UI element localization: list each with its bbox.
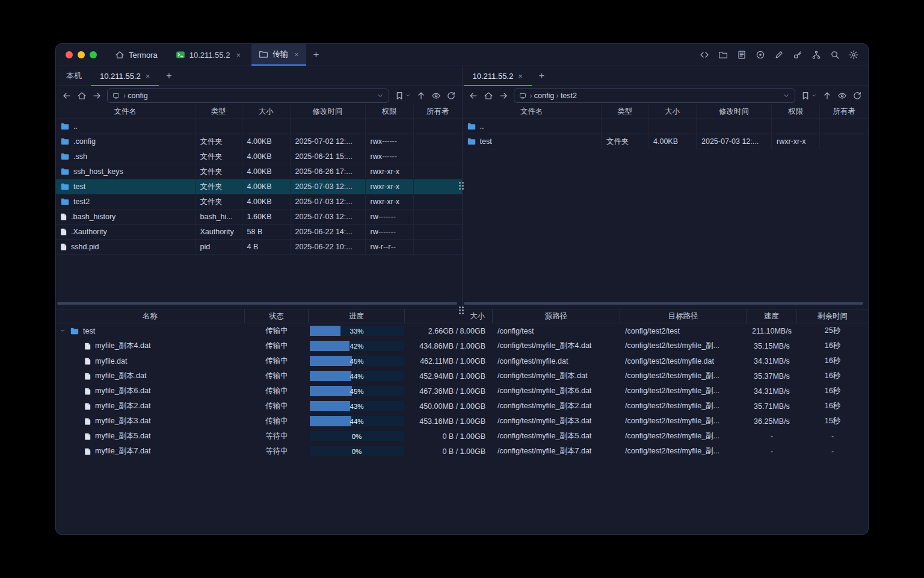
- column-header[interactable]: 修改时间: [697, 105, 772, 119]
- pane-tab-remote[interactable]: 10.211.55.2 ×: [464, 66, 532, 85]
- tab-transfer[interactable]: 传输 ×: [251, 44, 306, 66]
- file-row[interactable]: sshd.pidpid4 B2025-06-22 10:...rw-r--r--: [56, 240, 462, 255]
- column-header[interactable]: 源路径: [493, 309, 620, 323]
- column-header[interactable]: 剩余时间: [797, 309, 868, 323]
- key-icon[interactable]: [793, 50, 802, 60]
- column-header[interactable]: 名称: [56, 309, 245, 323]
- transfer-row[interactable]: myfile_副本6.dat传输中45%467.36MB / 1.00GB/co…: [56, 384, 868, 399]
- file-row[interactable]: .XauthorityXauthority58 B2025-06-22 14:.…: [56, 225, 462, 240]
- transfer-source-path: /config/test/myfile_副本5.dat: [493, 431, 620, 441]
- pane-tab-local[interactable]: 本机: [57, 66, 91, 85]
- column-header[interactable]: 目标路径: [620, 309, 747, 323]
- minimize-window-button[interactable]: [78, 51, 85, 58]
- transfer-row[interactable]: myfile_副本.dat传输中44%452.94MB / 1.00GB/con…: [56, 368, 868, 384]
- column-header[interactable]: 文件名: [463, 105, 602, 119]
- new-pane-tab-button[interactable]: +: [532, 66, 552, 85]
- show-hidden-button[interactable]: [431, 91, 441, 101]
- home-button[interactable]: [77, 91, 87, 101]
- refresh-button[interactable]: [852, 91, 862, 101]
- transfer-row[interactable]: myfile_副本4.dat传输中42%434.86MB / 1.00GB/co…: [56, 338, 868, 353]
- close-tab-icon[interactable]: ×: [146, 72, 150, 81]
- left-file-pane: 本机 10.211.55.2 × + › config: [56, 66, 463, 309]
- back-button[interactable]: [62, 91, 72, 101]
- column-header[interactable]: 速度: [747, 309, 797, 323]
- bookmark-button[interactable]: [801, 91, 810, 101]
- parent-directory-button[interactable]: [416, 91, 426, 101]
- transfer-row[interactable]: myfile.dat传输中45%462.11MB / 1.00GB/config…: [56, 353, 868, 368]
- forward-button[interactable]: [92, 91, 102, 101]
- tree-expand-icon[interactable]: [60, 328, 66, 334]
- column-header[interactable]: 大小: [648, 105, 697, 119]
- close-window-button[interactable]: [66, 51, 73, 58]
- bookmark-dropdown-icon[interactable]: [405, 93, 411, 98]
- record-icon[interactable]: [756, 50, 765, 60]
- close-tab-icon[interactable]: ×: [518, 72, 523, 81]
- file-row[interactable]: ..: [56, 119, 462, 134]
- close-tab-icon[interactable]: ×: [236, 51, 241, 60]
- column-header[interactable]: 状态: [245, 309, 309, 323]
- chevron-down-icon[interactable]: [783, 92, 790, 99]
- column-header[interactable]: 权限: [366, 105, 414, 119]
- column-header[interactable]: 所有者: [820, 105, 868, 119]
- breadcrumb-segment[interactable]: config: [128, 92, 147, 100]
- column-header[interactable]: 类型: [602, 105, 648, 119]
- column-header[interactable]: 进度: [309, 309, 405, 323]
- breadcrumb-segment[interactable]: test2: [561, 92, 577, 100]
- path-breadcrumb[interactable]: › config › test2: [514, 89, 796, 103]
- transfer-row[interactable]: myfile_副本2.dat传输中43%450.00MB / 1.00GB/co…: [56, 399, 868, 414]
- file-row[interactable]: test2文件夹4.00KB2025-07-03 12:...rwxr-xr-x: [56, 194, 462, 210]
- branch-icon[interactable]: [812, 50, 821, 60]
- column-header[interactable]: 大小: [405, 309, 493, 323]
- settings-icon[interactable]: [849, 50, 858, 60]
- new-tab-button[interactable]: +: [306, 44, 327, 66]
- file-row[interactable]: ..: [463, 119, 869, 134]
- search-icon[interactable]: [830, 50, 840, 60]
- forward-button[interactable]: [499, 91, 508, 101]
- column-header[interactable]: 权限: [772, 105, 820, 119]
- path-breadcrumb[interactable]: › config: [107, 89, 389, 103]
- file-row[interactable]: ssh_host_keys文件夹4.00KB2025-06-26 17:...r…: [56, 164, 462, 179]
- column-header[interactable]: 类型: [196, 105, 242, 119]
- column-header[interactable]: 文件名: [56, 105, 196, 119]
- back-button[interactable]: [469, 91, 478, 101]
- tab-session-10-211-55-2[interactable]: 10.211.55.2 ×: [168, 44, 248, 66]
- home-button[interactable]: [484, 91, 493, 101]
- new-pane-tab-button[interactable]: +: [159, 66, 179, 85]
- close-tab-icon[interactable]: ×: [294, 50, 299, 59]
- app-home-tab[interactable]: Termora: [108, 44, 165, 66]
- edit-icon[interactable]: [774, 50, 784, 60]
- column-header[interactable]: 大小: [242, 105, 291, 119]
- column-header[interactable]: 修改时间: [291, 105, 366, 119]
- transfer-target-path: /config/test2/test/myfile_副...: [620, 416, 747, 426]
- transfer-row[interactable]: myfile_副本5.dat等待中0%0 B / 1.00GB/config/t…: [56, 429, 868, 444]
- bookmark-dropdown-icon[interactable]: [812, 93, 817, 98]
- zoom-window-button[interactable]: [90, 51, 97, 58]
- refresh-button[interactable]: [446, 91, 456, 101]
- file-table-header: 文件名类型大小修改时间权限所有者: [56, 105, 462, 119]
- transfer-row[interactable]: myfile_副本7.dat等待中0%0 B / 1.00GB/config/t…: [56, 444, 868, 459]
- horizontal-scrollbar[interactable]: [57, 302, 457, 305]
- file-row[interactable]: .config文件夹4.00KB2025-07-02 12:...rwx----…: [56, 134, 462, 149]
- horizontal-splitter-handle[interactable]: [459, 306, 464, 314]
- transfer-row[interactable]: test传输中33%2.66GB / 8.00GB/config/test/co…: [56, 323, 868, 338]
- column-header[interactable]: 所有者: [414, 105, 462, 119]
- transfer-row[interactable]: myfile_副本3.dat传输中44%453.16MB / 1.00GB/co…: [56, 414, 868, 429]
- file-cell: 文件夹: [196, 179, 242, 194]
- code-icon[interactable]: [700, 50, 709, 60]
- parent-directory-button[interactable]: [822, 91, 832, 101]
- file-row[interactable]: .ssh文件夹4.00KB2025-06-21 15:...rwx------: [56, 149, 462, 164]
- folder-icon[interactable]: [718, 50, 728, 60]
- log-icon[interactable]: [737, 50, 747, 60]
- file-name: .Xauthority: [71, 228, 107, 236]
- bookmark-button[interactable]: [395, 91, 404, 101]
- chevron-down-icon[interactable]: [377, 92, 384, 99]
- show-hidden-button[interactable]: [837, 91, 847, 101]
- file-row[interactable]: test文件夹4.00KB2025-07-03 12:...rwxr-xr-x: [463, 134, 869, 149]
- horizontal-scrollbar[interactable]: [464, 302, 864, 305]
- transfer-name-cell: myfile_副本3.dat: [56, 416, 245, 426]
- file-row[interactable]: .bash_historybash_hi...1.60KB2025-07-03 …: [56, 210, 462, 225]
- file-row[interactable]: test文件夹4.00KB2025-07-03 12:...rwxr-xr-x: [56, 179, 462, 194]
- vertical-splitter-handle[interactable]: [459, 182, 464, 190]
- breadcrumb-segment[interactable]: config: [534, 92, 554, 100]
- pane-tab-remote[interactable]: 10.211.55.2 ×: [91, 66, 159, 85]
